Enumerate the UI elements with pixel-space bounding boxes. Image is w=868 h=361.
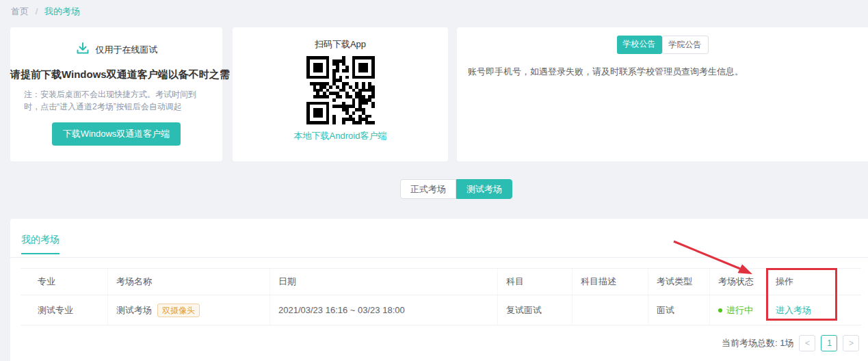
breadcrumb-separator: / [36,6,38,16]
pagination: 当前考场总数: 1场 < 1 > [722,335,859,351]
notice-tabs: 学校公告 学院公告 [457,36,868,54]
cell-subject: 复试面试 [498,295,573,325]
cell-major: 测试专业 [21,295,108,325]
app-card-title: 扫码下载App [233,38,448,51]
prev-page-button[interactable]: < [799,335,815,351]
qr-code [306,56,375,124]
tab-test-room[interactable]: 测试考场 [456,179,512,199]
status-dot-icon [718,308,722,312]
exam-rooms-table: 专业 考场名称 日期 科目 科目描述 考试类型 考场状态 操作 测试专业 测试考… [21,268,861,325]
enter-room-link[interactable]: 进入考场 [776,304,811,317]
breadcrumb-current: 我的考场 [44,6,80,16]
cell-action: 进入考场 [767,295,861,325]
col-subject: 科目 [498,269,573,295]
col-action: 操作 [767,269,861,295]
notice-content: 账号即手机号，如遇登录失败，请及时联系学校管理员查询考生信息。 [468,65,857,79]
breadcrumb: 首页 / 我的考场 [11,5,80,18]
tab-college-notice[interactable]: 学院公告 [662,36,709,54]
col-exam-type: 考试类型 [648,269,710,295]
notice-card: 学校公告 学院公告 账号即手机号，如遇登录失败，请及时联系学校管理员查询考生信息… [457,27,868,161]
tab-school-notice[interactable]: 学校公告 [617,36,662,54]
page-1-button[interactable]: 1 [821,335,837,351]
table-row: 测试专业 测试考场 双摄像头 2021/03/23 16:16 ~ 03/23 … [21,295,861,325]
status-text: 进行中 [726,305,753,315]
breadcrumb-home[interactable]: 首页 [11,6,29,16]
col-room-name: 考场名称 [108,269,270,295]
client-note: 注：安装后桌面不会出现快捷方式。考试时间到时，点击“进入通道2考场”按钮后会自动… [24,88,209,113]
android-download-link[interactable]: 本地下载Android客户端 [233,130,448,142]
dual-camera-tag: 双摄像头 [157,304,200,317]
cell-exam-type: 面试 [648,295,710,325]
client-badge-label: 仅用于在线面试 [96,44,158,56]
client-badge-row: 仅用于在线面试 [10,41,222,59]
cell-room-status: 进行中 [710,295,767,325]
download-windows-client-button[interactable]: 下载Windows双通道客户端 [52,122,181,146]
download-icon [75,41,90,59]
room-count-summary: 当前考场总数: 1场 [722,335,793,351]
cell-subject-desc [573,295,648,325]
tab-my-exam-rooms[interactable]: 我的考场 [21,234,60,254]
tab-active-underline [21,253,60,254]
client-title: 请提前下载Windows双通道客户端以备不时之需 [10,68,222,81]
tab-formal-room[interactable]: 正式考场 [400,179,456,199]
cell-date: 2021/03/23 16:16 ~ 03/23 18:00 [270,295,498,325]
table-header-row: 专业 考场名称 日期 科目 科目描述 考试类型 考场状态 操作 [21,268,861,295]
room-type-toggle: 正式考场 测试考场 [400,179,512,199]
windows-client-card: 仅用于在线面试 请提前下载Windows双通道客户端以备不时之需 注：安装后桌面… [10,27,222,161]
col-major: 专业 [21,269,108,295]
my-exam-rooms-page: 首页 / 我的考场 仅用于在线面试 请提前下载Windows双通道客户端以备不时… [0,0,868,361]
col-room-status: 考场状态 [710,269,767,295]
next-page-button[interactable]: > [843,335,859,351]
status-badge: 进行中 [718,304,753,317]
panel-divider [10,257,868,258]
cell-room-name: 测试考场 双摄像头 [108,295,270,325]
app-download-card: 扫码下载App 本地下载Android客户端 [233,27,448,161]
my-exam-rooms-label: 我的考场 [21,234,60,245]
room-name-text: 测试考场 [116,304,152,317]
col-date: 日期 [270,269,498,295]
col-subject-desc: 科目描述 [573,269,648,295]
